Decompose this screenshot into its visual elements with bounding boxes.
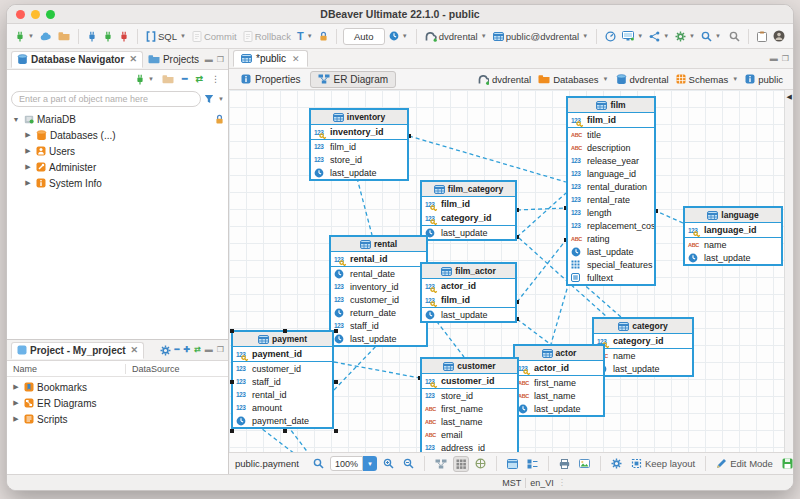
nav-new-connection-button[interactable]: ▼ (133, 72, 156, 87)
selection-handle[interactable] (230, 329, 234, 333)
maximize-panel-icon[interactable]: ❒ (217, 345, 224, 356)
context-databases-dropdown[interactable]: Databases▼ (538, 74, 608, 85)
column-row[interactable]: 123address_id (422, 441, 517, 452)
column-row[interactable]: fulltext (568, 271, 654, 284)
export-image-button[interactable] (576, 456, 593, 471)
tab-er-diagram[interactable]: ER Diagram (310, 71, 396, 88)
column-row[interactable]: 123replacement_cost (568, 219, 654, 232)
column-row[interactable]: 123rental_duration (568, 180, 654, 193)
chevron-right-icon[interactable]: ▶ (11, 415, 21, 423)
selection-handle[interactable] (334, 429, 338, 433)
selection-handle[interactable] (334, 380, 338, 384)
chevron-down-icon[interactable]: ▼ (11, 116, 21, 123)
show-attributes-button[interactable] (504, 456, 521, 472)
column-row[interactable]: rental_date (331, 267, 426, 280)
close-icon[interactable]: ✕ (131, 345, 139, 355)
diagram-search-button[interactable] (310, 455, 327, 472)
active-datasource-button[interactable]: dvdrental▼ (423, 29, 489, 44)
pk-column-row[interactable]: 123category_id (422, 211, 515, 225)
minimize-panel-icon[interactable]: ▬ (205, 345, 213, 356)
column-row[interactable]: ABCdescription (568, 141, 654, 154)
column-row[interactable]: ABCname (685, 238, 781, 251)
minimize-panel-icon[interactable]: ▬ (205, 55, 213, 64)
column-row[interactable]: 123customer_id (233, 362, 332, 375)
entity-header[interactable]: film_actor (422, 264, 515, 279)
tree-item-administer[interactable]: ▶Administer (7, 159, 228, 175)
status-locale[interactable]: en_VI (530, 478, 554, 488)
close-icon[interactable]: ✕ (129, 54, 137, 64)
zoom-dropdown[interactable]: ▼ (363, 456, 377, 471)
collapse-icon[interactable]: ━ (175, 345, 180, 356)
nav-folder-button[interactable] (160, 72, 176, 86)
edit-mode-button[interactable]: Edit Mode (713, 455, 776, 472)
entity-header[interactable]: inventory (311, 110, 407, 125)
zoom-in-button[interactable] (380, 455, 397, 472)
print-button[interactable] (556, 456, 573, 472)
column-row[interactable]: special_features (568, 258, 654, 271)
tab-database-navigator[interactable]: Database Navigator✕ (11, 51, 143, 68)
column-row[interactable]: ABClast_name (422, 415, 517, 428)
context-schemas-dropdown[interactable]: Schemas▼ (676, 74, 739, 85)
tree-item-databases[interactable]: ▶Databases (...) (7, 127, 228, 143)
pk-column-row[interactable]: 123payment_id (233, 347, 332, 361)
close-icon[interactable]: ✕ (292, 54, 300, 64)
chevron-right-icon[interactable]: ▶ (11, 399, 21, 407)
chevron-right-icon[interactable]: ▶ (23, 131, 33, 139)
column-row[interactable]: ABClast_name (515, 389, 603, 402)
column-name[interactable]: Name (7, 364, 125, 374)
pk-column-row[interactable]: 123category_id (594, 334, 692, 348)
collapse-palette-icon[interactable]: ◀ (787, 93, 792, 101)
tree-item-mariadb[interactable]: ▼MariaDB (7, 111, 228, 127)
filter-funnel-icon[interactable] (204, 94, 214, 104)
entity-header[interactable]: film_category (422, 182, 515, 197)
tab-projects[interactable]: Projects (143, 52, 204, 67)
pk-column-row[interactable]: 123language_id (685, 223, 781, 237)
column-row[interactable]: last_update (594, 362, 692, 375)
pk-column-row[interactable]: 123actor_id (422, 279, 515, 293)
column-row[interactable]: 123staff_id (233, 375, 332, 388)
lock-button[interactable] (317, 29, 330, 44)
entity-inventory[interactable]: inventory123inventory_id123film_id123sto… (309, 108, 409, 181)
pk-column-row[interactable]: 123film_id (422, 293, 515, 307)
entity-payment[interactable]: payment123payment_id123customer_id123sta… (231, 330, 334, 429)
chevron-right-icon[interactable]: ▶ (23, 147, 33, 155)
sql-console-button[interactable]: ▼ (620, 29, 645, 43)
column-row[interactable]: ABCrating (568, 232, 654, 245)
clipboard-button[interactable] (755, 29, 769, 44)
commit-button[interactable]: Commit (190, 29, 239, 44)
tab-properties[interactable]: Properties (233, 71, 309, 88)
open-connection-button[interactable] (56, 29, 72, 43)
selection-handle[interactable] (334, 329, 338, 333)
column-row[interactable]: last_update (422, 308, 515, 321)
context-public[interactable]: public (745, 74, 783, 85)
cloud-connection-button[interactable] (38, 30, 54, 43)
column-row[interactable]: 123rental_rate (568, 193, 654, 206)
dashboard-button[interactable] (603, 29, 618, 44)
column-row[interactable]: last_update (568, 245, 654, 258)
entity-actor[interactable]: actor123actor_idABCfirst_nameABClast_nam… (513, 344, 605, 417)
gear-icon[interactable] (160, 345, 171, 356)
column-row[interactable]: ABCfirst_name (422, 402, 517, 415)
project-item-scripts[interactable]: ▶Scripts (7, 411, 228, 427)
tree-item-users[interactable]: ▶Users (7, 143, 228, 159)
expand-icon[interactable]: ✚ (183, 345, 190, 356)
view-menu-button[interactable]: ⋮ (209, 72, 222, 86)
entity-film_actor[interactable]: film_actor123actor_id123film_idlast_upda… (420, 262, 517, 323)
column-datasource[interactable]: DataSource (125, 364, 228, 374)
er-canvas[interactable]: ◀ inventory123inventory_id123film_id123s… (229, 90, 793, 452)
zoom-out-button[interactable] (400, 455, 417, 472)
pk-column-row[interactable]: 123film_id (422, 197, 515, 211)
search-menu-button[interactable]: ▼ (699, 29, 723, 44)
column-row[interactable]: ABCtitle (568, 128, 654, 141)
entity-header[interactable]: customer (422, 359, 517, 374)
entity-header[interactable]: actor (515, 346, 603, 361)
save-button[interactable]: Save ... (779, 455, 793, 472)
entity-header[interactable]: language (685, 208, 781, 223)
column-row[interactable]: ABCfirst_name (515, 376, 603, 389)
collapse-all-button[interactable]: ━ (180, 72, 189, 86)
diagram-settings-button[interactable] (608, 455, 625, 472)
selection-handle[interactable] (230, 380, 234, 384)
column-row[interactable]: 123film_id (311, 140, 407, 153)
entity-language[interactable]: language123language_idABCnamelast_update (683, 206, 783, 266)
snap-button[interactable] (472, 455, 489, 472)
